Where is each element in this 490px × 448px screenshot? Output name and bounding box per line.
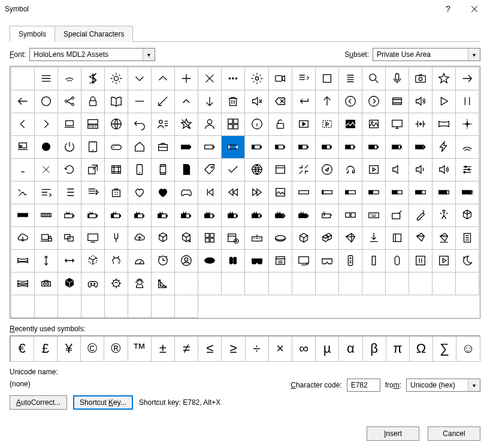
symbol-plug-bolt[interactable] <box>315 204 339 227</box>
symbol-sound[interactable] <box>409 90 432 113</box>
recent-symbol[interactable]: ± <box>151 336 175 362</box>
symbol-panorama[interactable] <box>432 113 456 136</box>
symbol-blank[interactable] <box>455 272 479 295</box>
symbol-bar-10[interactable] <box>315 181 339 204</box>
symbol-battery-10[interactable] <box>221 135 245 159</box>
symbol-wifi-partial[interactable] <box>58 67 81 90</box>
symbol-box-3d[interactable] <box>292 226 316 250</box>
symbol-minus[interactable] <box>128 90 152 113</box>
symbol-share-nodes[interactable] <box>58 90 81 113</box>
symbol-compass[interactable] <box>315 158 339 181</box>
symbol-bar-empty[interactable] <box>292 181 316 204</box>
symbol-column[interactable] <box>362 249 386 273</box>
symbol-blank[interactable] <box>174 272 198 295</box>
symbol-body-nodes[interactable] <box>432 204 456 227</box>
symbol-bar-50[interactable] <box>409 181 432 204</box>
autocorrect-button[interactable]: AutoCorrect... <box>10 395 67 410</box>
symbol-blank[interactable] <box>151 295 175 318</box>
symbol-keyboard-split[interactable] <box>338 204 362 227</box>
symbol-list-lines[interactable] <box>338 67 362 90</box>
recent-symbol[interactable]: ∞ <box>292 336 316 362</box>
symbol-plus-center[interactable] <box>455 113 479 136</box>
symbol-phone-portrait[interactable] <box>151 158 175 181</box>
symbol-person-list[interactable] <box>151 113 175 136</box>
symbol-pause-box[interactable] <box>409 249 432 273</box>
symbol-plug-90[interactable] <box>268 204 292 227</box>
symbol-battery-50[interactable] <box>315 135 339 159</box>
symbol-kite2[interactable] <box>409 226 432 250</box>
symbol-blank[interactable] <box>292 272 316 295</box>
tab-symbols[interactable]: Symbols <box>10 26 55 42</box>
symbol-xbox-controller[interactable] <box>174 181 198 204</box>
symbol-bar-40[interactable] <box>385 181 409 204</box>
symbol-cube-x[interactable] <box>174 226 198 250</box>
symbol-picture-outline[interactable] <box>362 113 386 136</box>
symbol-plug-80[interactable] <box>244 204 268 227</box>
symbol-plug-50[interactable] <box>174 204 198 227</box>
symbol-controller-grip[interactable] <box>81 272 105 295</box>
recent-symbol[interactable]: × <box>268 336 292 362</box>
symbol-plug-0[interactable] <box>58 204 81 227</box>
symbol-skip-back[interactable] <box>198 181 222 204</box>
from-combo[interactable]: Unicode (hex) ▾ <box>406 379 480 392</box>
symbol-blank[interactable] <box>174 295 198 318</box>
symbol-battery-0[interactable] <box>198 135 222 159</box>
symbol-return[interactable] <box>292 90 316 113</box>
symbol-wifi-low[interactable] <box>11 158 35 181</box>
symbol-play[interactable] <box>432 90 456 113</box>
symbol-bar-60[interactable] <box>432 181 456 204</box>
symbol-globe[interactable] <box>244 158 268 181</box>
symbol-filmstrip[interactable] <box>104 158 128 181</box>
symbol-circle-right[interactable] <box>362 90 386 113</box>
symbol-download[interactable] <box>362 226 386 250</box>
symbol-image-outline[interactable] <box>268 181 292 204</box>
symbol-blank[interactable] <box>385 272 409 295</box>
recent-symbol[interactable]: ≤ <box>198 336 222 362</box>
tab-special-characters[interactable]: Special Characters <box>55 26 133 42</box>
symbol-keyboard-screen[interactable] <box>81 113 105 136</box>
subset-combo[interactable]: Private Use Area ▾ <box>373 48 480 61</box>
symbol-battery-30[interactable] <box>268 135 292 159</box>
symbol-pause[interactable] <box>455 90 479 113</box>
symbol-time-recur[interactable] <box>151 249 175 273</box>
recent-symbol[interactable]: € <box>10 336 34 362</box>
recent-symbol[interactable]: ™ <box>128 336 152 362</box>
symbol-arrow-right[interactable] <box>455 67 479 90</box>
symbol-ruler-angle[interactable] <box>151 272 175 295</box>
symbol-resize-h[interactable] <box>409 113 432 136</box>
symbol-power[interactable] <box>58 135 81 159</box>
symbol-calendar-clock[interactable] <box>221 226 245 250</box>
symbol-receipt[interactable] <box>455 226 479 250</box>
symbol-blank[interactable] <box>432 272 456 295</box>
symbol-plug-60[interactable] <box>198 204 222 227</box>
symbol-battery-80[interactable] <box>385 135 409 159</box>
symbol-play-in-box[interactable] <box>292 113 316 136</box>
symbol-hand-draw[interactable] <box>11 181 35 204</box>
recent-symbol[interactable]: µ <box>315 336 339 362</box>
symbol-tablet-play[interactable] <box>362 158 386 181</box>
symbol-remote[interactable] <box>338 249 362 273</box>
symbol-open-book[interactable] <box>104 90 128 113</box>
symbol-person-round[interactable] <box>174 249 198 273</box>
recent-symbol[interactable]: ÷ <box>245 336 269 362</box>
symbol-pill[interactable] <box>385 249 409 273</box>
chevron-down-icon[interactable]: ▾ <box>143 49 155 60</box>
symbol-blank[interactable] <box>81 295 105 318</box>
symbol-move-v[interactable] <box>34 249 58 273</box>
symbol-tag[interactable] <box>198 158 222 181</box>
symbol-video-cam[interactable] <box>268 67 292 90</box>
symbol-circle[interactable] <box>34 90 58 113</box>
symbol-blank[interactable] <box>198 272 222 295</box>
symbol-chevron-up[interactable] <box>151 67 175 90</box>
symbol-trash[interactable] <box>221 90 245 113</box>
symbol-battery-70[interactable] <box>362 135 386 159</box>
symbol-screen-x[interactable] <box>292 249 316 273</box>
symbol-window-list[interactable] <box>268 249 292 273</box>
symbol-plug-10[interactable] <box>81 204 105 227</box>
symbol-blank[interactable] <box>338 272 362 295</box>
symbol-sliders[interactable] <box>455 158 479 181</box>
symbol-mute[interactable] <box>244 90 268 113</box>
symbol-gear[interactable] <box>244 67 268 90</box>
symbol-circle-left[interactable] <box>338 90 362 113</box>
symbol-brain-chip[interactable] <box>104 272 128 295</box>
